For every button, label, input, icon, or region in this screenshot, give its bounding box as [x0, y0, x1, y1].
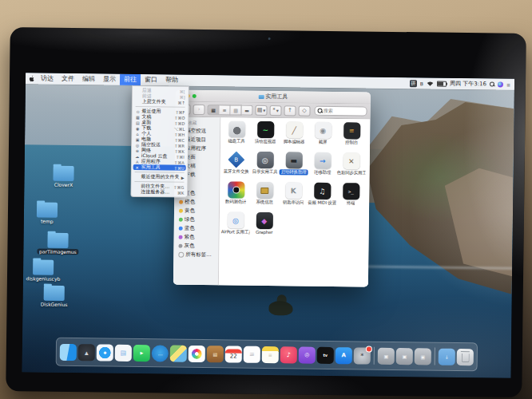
- app-disk-utility[interactable]: 磁盘工具: [222, 120, 251, 151]
- script-editor-icon: ╱: [286, 121, 303, 138]
- menu-item-shortcut: ⌘K: [177, 190, 184, 195]
- spotlight-icon[interactable]: [490, 81, 494, 86]
- sidebar-tag-gray[interactable]: 灰色: [173, 242, 218, 251]
- window-titlebar[interactable]: 实用工具: [176, 90, 371, 105]
- dock-item-launchpad[interactable]: ▲: [78, 344, 95, 361]
- dock-item-podcasts[interactable]: ◎: [299, 346, 316, 363]
- app-script-editor[interactable]: ╱脚本编辑器: [280, 121, 308, 152]
- desktop-icon-partimages[interactable]: parTiImagemus: [39, 233, 76, 255]
- input-method-icon[interactable]: 拼: [410, 80, 417, 87]
- sidebar-tag-label: 所有标签…: [185, 251, 212, 259]
- apple-menu[interactable]: [26, 75, 37, 81]
- dock-item-contacts[interactable]: ▤: [207, 346, 224, 362]
- go-menu-item-utilities[interactable]: ✕实用工具⇧⌘U: [133, 164, 186, 171]
- go-menu-item-recent-folders[interactable]: 最近使用的文件夹▶: [131, 174, 187, 180]
- app-audio-midi-setup[interactable]: ♫音频 MIDI 设置: [308, 183, 336, 213]
- battery-icon[interactable]: [437, 81, 447, 86]
- dock-item-reminders[interactable]: ≡: [244, 346, 260, 362]
- sidebar-tag-blue[interactable]: 蓝色: [174, 224, 219, 234]
- app-system-information[interactable]: 系统信息: [250, 182, 279, 212]
- app-terminal[interactable]: >_终端: [336, 183, 365, 213]
- finder-window[interactable]: 实用工具 ‹ › ▦ ≡ ▥ ▬ ▤▼ *▼ ↑ ◇: [173, 90, 371, 287]
- menu-window[interactable]: 窗口: [141, 74, 161, 85]
- dock-item-trash[interactable]: [457, 348, 474, 365]
- list-view-button[interactable]: ≡: [219, 105, 230, 115]
- app-keychain-access[interactable]: K钥匙串访问: [279, 182, 308, 212]
- dock-item-maps[interactable]: [170, 345, 187, 361]
- notification-center-icon[interactable]: ≡: [506, 81, 510, 87]
- app-label: 系统信息: [256, 200, 273, 205]
- app-label: 控制台: [345, 140, 358, 145]
- share-button[interactable]: ↑: [284, 105, 296, 116]
- search-input[interactable]: [324, 109, 364, 114]
- app-digital-color-meter[interactable]: 数码测色计: [221, 181, 250, 211]
- dock-item-tv[interactable]: tv: [317, 346, 334, 363]
- dock-item-preview[interactable]: ▤: [115, 344, 132, 361]
- tags-button[interactable]: ◇: [298, 105, 310, 116]
- app-bluetooth-file-exchange[interactable]: B蓝牙文件交换: [221, 151, 250, 181]
- wifi-icon[interactable]: [427, 81, 434, 86]
- search-field[interactable]: [314, 106, 367, 117]
- sidebar-tag-green[interactable]: 绿色: [174, 215, 219, 225]
- menu-view[interactable]: 显示: [99, 73, 120, 85]
- go-menu-item-enclosing-folder[interactable]: 上层文件夹⌘↑: [133, 99, 189, 105]
- dock-separator: [374, 347, 375, 365]
- menu-file[interactable]: 文件: [58, 73, 78, 85]
- app-airport-utility[interactable]: ◎AirPort 实用工具: [221, 211, 250, 242]
- computer-icon: ▣: [135, 136, 140, 141]
- dock-item-calendar[interactable]: 22: [225, 346, 242, 362]
- dock-item-photos[interactable]: [189, 345, 205, 361]
- column-view-button[interactable]: ▥: [230, 105, 241, 115]
- icon-view-button[interactable]: ▦: [207, 105, 219, 115]
- app-activity-monitor[interactable]: ~活动监视器: [251, 121, 280, 152]
- desktop-icon-clover[interactable]: CloverX: [45, 166, 81, 188]
- apple-icon: [28, 75, 34, 81]
- sidebar-tag-all-tags[interactable]: 所有标签…: [173, 251, 218, 260]
- menu-help[interactable]: 帮助: [161, 74, 182, 85]
- sidebar-tag-orange[interactable]: 橙色: [174, 198, 219, 207]
- dock-item-system-preferences[interactable]: *: [354, 347, 371, 364]
- bluetooth-icon[interactable]: B: [420, 81, 423, 86]
- airport-utility-icon: ◎: [227, 211, 244, 228]
- recents-icon: ⊙: [135, 109, 140, 113]
- gallery-view-button[interactable]: ▬: [241, 105, 252, 115]
- go-menu-item-connect-to-server[interactable]: 连接服务器…⌘K: [131, 189, 187, 196]
- migration-assistant-icon: →: [314, 152, 331, 169]
- action-button[interactable]: *▼: [269, 105, 281, 116]
- desktop-icon-temp[interactable]: temp: [29, 202, 66, 224]
- group-button[interactable]: ▤▼: [255, 105, 267, 115]
- app-boot-camp-assistant[interactable]: ▬启动转换助理: [279, 152, 308, 182]
- dock-item-app-store[interactable]: A: [335, 347, 352, 364]
- dock-item-downloads-folder[interactable]: ↓: [439, 348, 455, 365]
- notification-badge: [366, 346, 372, 352]
- desktop-icon-diskgenius[interactable]: DiskGenius: [36, 285, 73, 307]
- menu-edit[interactable]: 编辑: [78, 73, 99, 85]
- app-migration-assistant[interactable]: →迁移助理: [308, 152, 336, 183]
- dock-item-facetime[interactable]: ▶: [133, 344, 150, 361]
- applications-icon: A: [135, 159, 140, 164]
- dock-item-recent-app-3[interactable]: ▣: [415, 348, 431, 365]
- dock-item-recent-app-2[interactable]: ▣: [396, 348, 413, 365]
- dock-item-finder[interactable]: [60, 343, 77, 360]
- app-screenshot[interactable]: ◉截屏: [308, 122, 337, 152]
- dock-item-safari[interactable]: ◆: [97, 344, 113, 361]
- menu-go[interactable]: 前往: [120, 74, 141, 85]
- forward-button[interactable]: ›: [193, 104, 204, 114]
- sidebar-tag-purple[interactable]: 紫色: [174, 233, 219, 243]
- sidebar-tag-yellow[interactable]: 黄色: [174, 207, 219, 216]
- siri-icon[interactable]: [498, 81, 503, 87]
- app-grapher[interactable]: ◆Grapher: [250, 212, 279, 243]
- dock-item-music[interactable]: ♪: [280, 346, 297, 363]
- dock-item-chat-app[interactable]: …: [152, 345, 169, 361]
- dock-item-notes[interactable]: ≡: [262, 346, 279, 362]
- app-colorsync-utility[interactable]: ✕色彩同步实用工具: [336, 152, 365, 183]
- app-console[interactable]: ≡控制台: [337, 122, 366, 152]
- sidebar-tag-label: 黄色: [185, 207, 195, 215]
- desktop-icon-diskgeniuscyb[interactable]: diskgeniuscyb: [25, 259, 62, 282]
- menu-bar-clock[interactable]: 周四 下午3:16: [450, 80, 486, 89]
- desktop-icon-label: CloverX: [54, 182, 73, 188]
- network-icon: ⊕: [135, 148, 140, 152]
- dock-item-recent-app-1[interactable]: ▣: [378, 347, 395, 364]
- app-directory-utility[interactable]: ◎目录实用工具: [250, 152, 279, 182]
- menu-finder[interactable]: 访达: [37, 73, 58, 84]
